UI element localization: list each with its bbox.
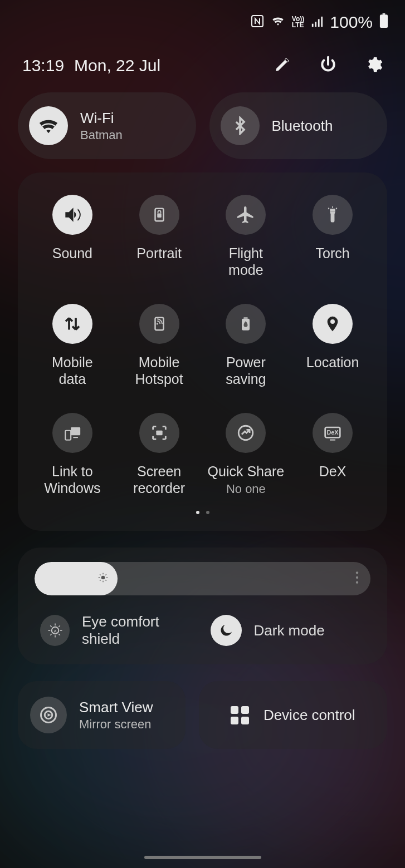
- smart-view-title: Smart View: [79, 699, 153, 716]
- panel-header: 13:19 Mon, 22 Jul: [0, 56, 405, 76]
- link-to-windows-tile[interactable]: Link toWindows: [29, 413, 116, 496]
- svg-line-39: [50, 625, 52, 627]
- device-control-tile[interactable]: Device control: [199, 681, 388, 749]
- quick-share-label: Quick Share: [208, 463, 285, 480]
- svg-rect-8: [157, 214, 162, 218]
- brightness-panel: A Eye comfort shield Dark mode: [18, 548, 387, 664]
- svg-line-41: [58, 625, 60, 627]
- nfc-icon: [251, 13, 264, 32]
- eye-comfort-label: Eye comfort shield: [82, 613, 194, 648]
- smart-view-icon: [30, 697, 67, 733]
- svg-point-32: [356, 581, 358, 584]
- quick-share-tile[interactable]: Quick Share No one: [203, 413, 290, 496]
- volte-icon: Vo))LTE: [292, 16, 304, 28]
- torch-label: Torch: [316, 245, 350, 262]
- quick-settings-panel: Sound Portrait Flightmode Torch: [18, 172, 387, 531]
- wifi-title: Wi-Fi: [80, 110, 123, 127]
- mobile-data-label: Mobiledata: [52, 354, 93, 387]
- portrait-tile[interactable]: Portrait: [116, 195, 203, 278]
- mobile-hotspot-tile[interactable]: MobileHotspot: [116, 304, 203, 387]
- power-icon[interactable]: [319, 56, 337, 76]
- bluetooth-tile[interactable]: Bluetooth: [209, 92, 388, 159]
- power-saving-tile[interactable]: Powersaving: [203, 304, 290, 387]
- dark-mode-label: Dark mode: [254, 622, 325, 639]
- status-bar: Vo))LTE 100%: [0, 0, 405, 45]
- date-text[interactable]: Mon, 22 Jul: [74, 56, 160, 75]
- brightness-low-icon: [97, 572, 109, 585]
- flight-mode-label: Flightmode: [228, 245, 264, 278]
- brightness-slider[interactable]: [35, 562, 370, 595]
- svg-line-29: [100, 580, 101, 581]
- location-icon: [313, 304, 353, 344]
- torch-icon: [313, 195, 353, 235]
- link-to-windows-icon: [52, 413, 92, 453]
- airplane-icon: [226, 195, 266, 235]
- svg-line-42: [50, 634, 52, 635]
- mobile-data-icon: [52, 304, 92, 344]
- battery-icon: [379, 13, 388, 32]
- mobile-hotspot-label: MobileHotspot: [135, 354, 183, 387]
- smart-view-tile[interactable]: Smart View Mirror screen: [18, 681, 186, 749]
- clock-text[interactable]: 13:19: [22, 56, 64, 75]
- svg-text:A: A: [53, 629, 56, 634]
- svg-point-30: [356, 571, 358, 574]
- quick-share-icon: [226, 413, 266, 453]
- device-control-icon: [231, 706, 249, 724]
- portrait-label: Portrait: [136, 245, 182, 262]
- dex-tile[interactable]: DeX DeX: [289, 413, 376, 496]
- torch-tile[interactable]: Torch: [289, 195, 376, 278]
- screen-recorder-tile[interactable]: Screenrecorder: [116, 413, 203, 496]
- svg-point-31: [356, 576, 358, 579]
- svg-rect-1: [312, 24, 314, 27]
- eye-comfort-icon: A: [40, 615, 70, 646]
- svg-text:DeX: DeX: [327, 429, 339, 436]
- dark-mode-tile[interactable]: Dark mode: [211, 615, 365, 646]
- brightness-more-icon[interactable]: [355, 570, 359, 587]
- wifi-status-icon: [271, 13, 285, 32]
- page-indicator: [29, 511, 376, 514]
- svg-rect-13: [71, 427, 80, 435]
- sound-icon: [52, 195, 92, 235]
- svg-rect-15: [65, 431, 71, 440]
- svg-point-10: [156, 323, 158, 325]
- dex-icon: DeX: [313, 413, 353, 453]
- svg-point-21: [101, 576, 105, 580]
- wifi-sub: Batman: [80, 128, 123, 142]
- screen-recorder-icon: [139, 413, 179, 453]
- location-tile[interactable]: Location: [289, 304, 376, 387]
- svg-rect-3: [318, 19, 320, 27]
- dark-mode-icon: [211, 615, 242, 646]
- power-saving-icon: [226, 304, 266, 344]
- svg-line-40: [58, 634, 60, 635]
- location-label: Location: [306, 354, 359, 371]
- sound-tile[interactable]: Sound: [29, 195, 116, 278]
- hotspot-icon: [139, 304, 179, 344]
- device-control-title: Device control: [264, 707, 355, 724]
- mobile-data-tile[interactable]: Mobiledata: [29, 304, 116, 387]
- wifi-tile[interactable]: Wi-Fi Batman: [18, 92, 196, 159]
- svg-rect-6: [380, 14, 388, 28]
- nav-handle[interactable]: [144, 856, 261, 859]
- rotation-lock-icon: [139, 195, 179, 235]
- flight-mode-tile[interactable]: Flightmode: [203, 195, 290, 278]
- screen-recorder-label: Screenrecorder: [133, 463, 185, 496]
- svg-rect-16: [156, 431, 162, 436]
- gear-icon[interactable]: [365, 56, 383, 76]
- svg-rect-20: [330, 440, 335, 441]
- eye-comfort-tile[interactable]: A Eye comfort shield: [40, 613, 195, 648]
- svg-line-26: [100, 574, 101, 575]
- svg-rect-4: [321, 17, 323, 27]
- svg-line-28: [105, 574, 106, 575]
- bluetooth-icon: [221, 106, 260, 145]
- dex-label: DeX: [319, 463, 347, 480]
- svg-rect-5: [383, 13, 386, 14]
- sound-label: Sound: [52, 245, 92, 262]
- smart-view-sub: Mirror screen: [79, 717, 153, 732]
- bluetooth-title: Bluetooth: [272, 117, 333, 135]
- link-to-windows-label: Link toWindows: [44, 463, 100, 496]
- quick-share-sub: No one: [226, 482, 266, 496]
- svg-line-27: [105, 580, 106, 581]
- power-saving-label: Powersaving: [226, 354, 266, 387]
- edit-icon[interactable]: [274, 56, 291, 76]
- battery-percent: 100%: [330, 13, 373, 32]
